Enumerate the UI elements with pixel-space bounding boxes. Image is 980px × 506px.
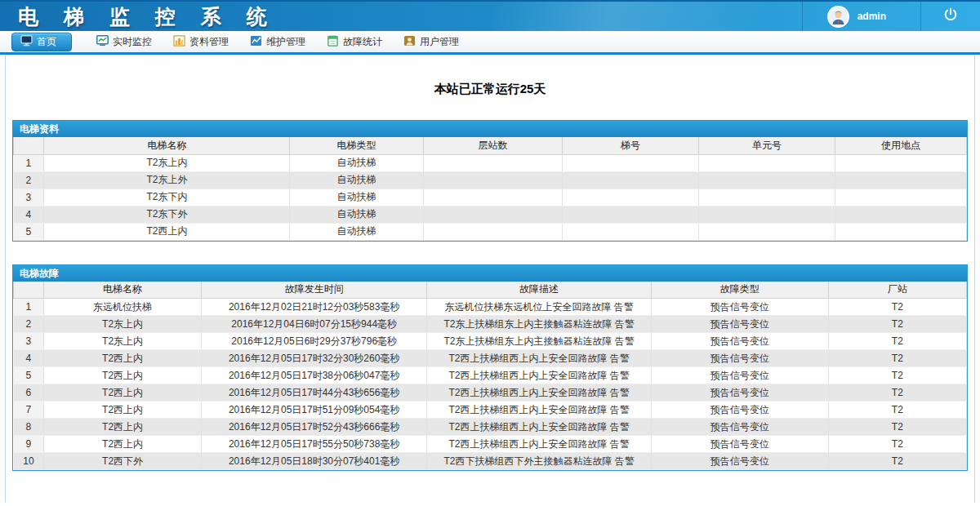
cell [699,189,835,206]
table-row: 10T2西下外2016年12月05日18时30分07秒401毫秒T2西下扶梯组西… [14,453,967,470]
tab-data-management[interactable]: 资料管理 [173,35,229,49]
cell [699,171,835,189]
column-header-unit-number: 单元号 [699,137,835,154]
tab-user-management[interactable]: 用户管理 [403,35,459,49]
cell: T2西上内 [44,402,202,419]
cell: 预告信号变位 [651,402,828,419]
tab-label: 用户管理 [420,35,459,49]
table-row: 4T2西上内2016年12月05日17时32分30秒260毫秒T2西上扶梯组西上… [14,350,967,367]
column-header-elevator-name: 电梯名称 [44,282,202,299]
cell: 预告信号变位 [651,367,828,384]
table-row: 1东远机位扶梯2016年12月02日21时12分03秒583毫秒东远机位扶梯东远… [14,299,967,316]
user-menu[interactable]: admin [802,2,920,31]
table-row: 2T2东上外自动扶梯 [14,171,967,189]
cell: T2东上扶梯组东上内主接触器粘连故障 告警 [427,316,651,333]
cell [835,189,966,206]
column-header-fault-description: 故障描述 [427,282,651,299]
table-row: 4T2东下外自动扶梯 [14,206,967,223]
column-header-elevator-name: 电梯名称 [44,137,290,154]
cell: 2016年12月02日21时12分03秒583毫秒 [201,299,427,316]
cell: 预告信号变位 [651,316,828,333]
column-header-index [14,137,44,154]
cell: T2 [828,436,966,453]
cell: 自动扶梯 [290,206,423,223]
logout-button[interactable] [920,2,980,31]
elevator-fault-panel-title: 电梯故障 [13,265,967,282]
elevator-fault-table: 电梯名称 故障发生时间 故障描述 故障类型 厂站 1东远机位扶梯2016年12月… [13,282,967,471]
cell [699,223,835,240]
row-index: 1 [14,154,44,171]
cell [835,171,966,189]
main-nav: 首页 实时监控 资料管理 [0,31,980,55]
user-management-icon [403,35,416,49]
cell: 预告信号变位 [651,299,828,316]
cell: 预告信号变位 [651,384,828,402]
column-header-floor-count: 层站数 [423,137,562,154]
cell [699,206,835,223]
row-index: 9 [14,436,44,453]
user-area: admin [802,2,980,31]
cell: 2016年12月05日17时52分43秒666毫秒 [201,419,427,436]
cell: T2 [828,299,966,316]
cell [423,154,562,171]
cell: T2东下内 [44,189,290,206]
user-avatar-icon [827,6,849,28]
column-header-station: 厂站 [828,282,966,299]
column-header-index [14,282,44,299]
table-header-row: 电梯名称 故障发生时间 故障描述 故障类型 厂站 [14,282,967,299]
cell: 自动扶梯 [290,171,423,189]
cell: T2东上内 [44,333,202,350]
app-title: 电 梯 监 控 系 统 [0,3,277,30]
cell: T2西上内 [44,384,202,402]
column-header-elevator-type: 电梯类型 [290,137,423,154]
cell [563,206,699,223]
cell: T2西下外 [44,453,202,470]
cell: T2 [828,453,966,470]
table-row: 1T2东上内自动扶梯 [14,154,967,171]
table-row: 3T2东上内2016年12月05日6时29分37秒796毫秒T2东上扶梯组东上内… [14,333,967,350]
cell: T2东上内 [44,154,290,171]
cell: 2016年12月05日17时38分06秒047毫秒 [201,367,427,384]
tab-realtime-monitor[interactable]: 实时监控 [96,35,152,49]
cell: 预告信号变位 [651,333,828,350]
cell: 2016年12月05日17时55分50秒738毫秒 [201,436,427,453]
cell: T2 [828,384,966,402]
cell: T2 [828,316,966,333]
row-index: 2 [14,316,44,333]
cell: T2东上扶梯组东上内主接触器粘连故障 告警 [427,333,651,350]
tab-label: 资料管理 [189,35,229,49]
row-index: 3 [14,333,44,350]
cell: T2西下扶梯组西下外主接触器粘连故障 告警 [427,453,651,470]
cell: 2016年12月05日17时32分30秒260毫秒 [201,350,427,367]
cell: 预告信号变位 [651,436,828,453]
cell: 2016年12月05日6时29分37秒796毫秒 [201,333,427,350]
cell: 预告信号变位 [651,350,828,367]
cell: 2016年12月04日6时07分15秒944毫秒 [201,316,427,333]
cell [563,223,699,240]
cell: T2 [828,367,966,384]
maintenance-icon [250,35,262,49]
cell [835,206,966,223]
table-row: 3T2东下内自动扶梯 [14,189,967,206]
cell: 东远机位扶梯 [44,299,202,316]
cell: T2西上内 [44,436,202,453]
tab-label: 维护管理 [266,35,305,49]
cell: T2西上扶梯组西上内上安全回路故障 告警 [427,436,651,453]
cell: 自动扶梯 [290,223,423,240]
elevator-fault-panel: 电梯故障 电梯名称 故障发生时间 故障描述 故障类型 厂站 1东远机位扶梯201… [12,264,968,472]
cell [423,223,562,240]
tab-home[interactable]: 首页 [11,33,72,51]
tab-maintenance[interactable]: 维护管理 [250,35,305,49]
table-row: 5T2西上内2016年12月05日17时38分06秒047毫秒T2西上扶梯组西上… [14,367,967,384]
cell: T2东上外 [44,171,290,189]
tab-fault-statistics[interactable]: 故障统计 [327,35,382,49]
row-index: 4 [14,350,44,367]
cell [835,223,966,240]
cell [563,154,699,171]
row-index: 2 [14,171,44,189]
row-index: 5 [14,223,44,240]
realtime-monitor-icon [96,35,109,49]
app-header: 电 梯 监 控 系 统 admin [0,0,980,31]
tab-label: 故障统计 [343,35,382,49]
row-index: 6 [14,384,44,402]
